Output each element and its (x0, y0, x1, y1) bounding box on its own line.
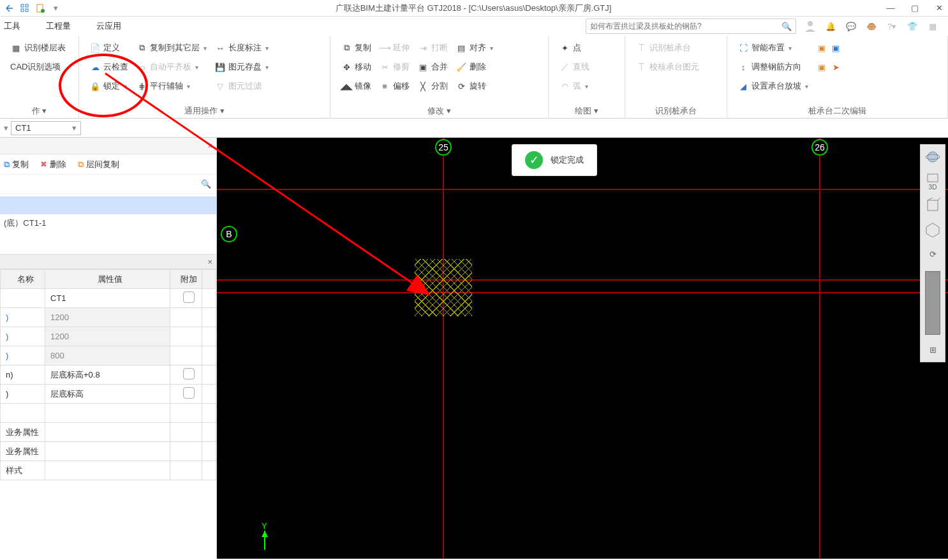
parallel-aux-button[interactable]: ⋕平行辅轴▾ (136, 79, 207, 93)
panel-delete-button[interactable]: ✖删除 (40, 159, 66, 170)
pile-cap-hatch[interactable] (415, 259, 472, 316)
checkbox[interactable] (183, 368, 195, 379)
align-button[interactable]: ▤对齐▾ (455, 41, 493, 55)
group-label-4[interactable]: 绘图 ▾ (555, 104, 618, 117)
smart-layout-button[interactable]: ⛶智能布置▾ (737, 41, 808, 55)
grid-toggle-button[interactable]: ⊞ (923, 340, 942, 359)
move-button[interactable]: ✥移动 (341, 60, 371, 74)
split-button[interactable]: ╳分割 (417, 79, 448, 93)
view-top-button[interactable] (923, 196, 942, 215)
help-icon[interactable]: ?▾ (885, 22, 898, 31)
panel-copy-button[interactable]: ⧉复制 (4, 159, 29, 170)
bell-icon[interactable]: 🔔 (824, 22, 837, 31)
elem-save-button[interactable]: 💾图元存盘▾ (214, 60, 269, 74)
qat-grid-icon[interactable] (19, 3, 31, 14)
svg-rect-2 (21, 9, 24, 11)
view-iso-button[interactable] (923, 220, 942, 239)
qat-undo-icon[interactable] (4, 3, 15, 14)
minimize-button[interactable]: — (885, 3, 896, 13)
monkey-icon[interactable]: 🐵 (865, 22, 878, 31)
panel-icon[interactable]: ▦ (926, 22, 939, 31)
menu-tools[interactable]: 工具 (4, 20, 20, 32)
qat-dropdown-icon[interactable]: ▾ (50, 3, 61, 14)
arc-icon: ◠ (559, 80, 570, 92)
search-icon[interactable]: 🔍 (201, 179, 211, 189)
chat-icon[interactable]: 💬 (845, 22, 857, 31)
svg-marker-16 (926, 223, 939, 237)
lock-button[interactable]: 🔒锁定▾ (89, 79, 128, 93)
drawing-canvas[interactable]: 25 26 B ✓ 锁定完成 Y 3D ⟳ ⊞ (217, 138, 948, 559)
point-icon: ✦ (559, 42, 570, 54)
help-search[interactable]: 🔍 (586, 18, 796, 34)
point-button[interactable]: ✦点 (559, 41, 589, 55)
panel-floorcopy-button[interactable]: ⧉层间复制 (78, 159, 119, 170)
svg-rect-12 (928, 174, 938, 182)
mirror-button[interactable]: ◢◣镜像 (341, 79, 371, 93)
qat-doc-icon[interactable] (34, 3, 46, 14)
panel-close-button[interactable]: × (207, 141, 212, 151)
break-button: ⇥打断 (417, 41, 448, 55)
copy-button[interactable]: ⧉复制 (341, 41, 371, 55)
user-icon[interactable] (804, 19, 817, 34)
grid-label-26: 26 (811, 139, 828, 156)
length-dim-button[interactable]: ↔长度标注▾ (214, 41, 269, 55)
svg-rect-1 (26, 4, 28, 7)
table-row: )1200 (1, 308, 216, 327)
merge-button[interactable]: ▣合并 (417, 60, 448, 74)
orbit-button[interactable] (923, 147, 942, 166)
list-item-selected[interactable] (0, 196, 216, 214)
view-toolbar: 3D ⟳ ⊞ (920, 144, 945, 362)
gridline-b (217, 292, 948, 293)
props-close-button[interactable]: × (207, 257, 212, 267)
help-search-input[interactable] (590, 22, 781, 31)
auto-align-button: ▭自动平齐板▾ (136, 60, 207, 74)
offset-button[interactable]: ≡偏移 (379, 79, 410, 93)
identify-floor-button[interactable]: ▦识别楼层表 (10, 41, 66, 55)
maximize-button[interactable]: ▢ (910, 3, 920, 13)
rotate-icon: ⟳ (455, 80, 467, 92)
table-row: )1200 (1, 327, 216, 346)
refresh-button[interactable]: ⟳ (923, 244, 942, 263)
selector-chevron[interactable]: ▾ (4, 123, 8, 133)
extra-button-1[interactable]: ▣▣ (816, 41, 841, 55)
line-icon: ／ (559, 61, 570, 73)
extra-button-2[interactable]: ▣➤ (816, 60, 841, 74)
copy-to-other-button[interactable]: ⧉复制到其它层▾ (136, 41, 207, 55)
set-slope-button[interactable]: ◢设置承台放坡▾ (737, 79, 808, 93)
menu-quantity[interactable]: 工程量 (46, 20, 71, 32)
copy-layer-icon: ⧉ (136, 42, 147, 54)
extend-button: ⟶延伸 (379, 41, 410, 55)
group-label-3[interactable]: 修改 ▾ (337, 104, 542, 117)
component-selector[interactable]: CT1 ▾ (11, 121, 81, 135)
list-item-child[interactable]: (底）CT1-1 (0, 214, 216, 232)
rotate-button[interactable]: ⟳旋转 (455, 79, 493, 93)
close-button[interactable]: ✕ (934, 3, 944, 13)
left-panel: × ⧉复制 ✖删除 ⧉层间复制 🔍 (底）CT1-1 × 名称 属性值 附加 C… (0, 138, 217, 559)
group-label-2[interactable]: 通用操作 ▾ (85, 104, 323, 117)
ucs-icon: Y (255, 521, 274, 555)
copy-icon: ⧉ (4, 159, 10, 170)
svg-line-15 (938, 198, 940, 200)
table-row (1, 404, 216, 423)
selector-bar: ▾ CT1 ▾ (0, 119, 948, 138)
checkbox[interactable] (183, 387, 195, 399)
lock-icon: 🔒 (89, 80, 101, 92)
cloud-check-button[interactable]: ☁云检查 (89, 60, 128, 74)
view-scrollbar[interactable] (925, 271, 940, 335)
shirt-icon[interactable]: 👕 (906, 22, 919, 31)
gridline-h2 (217, 279, 948, 281)
arc-button: ◠弧▾ (559, 79, 589, 93)
table-row: n)层底标高+0.8 (1, 365, 216, 385)
menu-cloud[interactable]: 云应用 (96, 20, 121, 32)
col-value: 属性值 (45, 270, 170, 289)
checkbox[interactable] (183, 291, 195, 303)
define-button[interactable]: 📄定义 (89, 41, 128, 55)
group-label-1[interactable]: 作 ▾ (6, 104, 72, 117)
save-icon: 💾 (214, 61, 226, 73)
delete-button[interactable]: 🧹删除 (455, 60, 493, 74)
cad-options-button[interactable]: CAD识别选项 (10, 60, 66, 74)
adjust-rebar-button[interactable]: ↕调整钢筋方向 (737, 60, 808, 74)
table-row: CT1 (1, 289, 216, 308)
view-3d-button[interactable]: 3D (923, 172, 942, 191)
search-icon[interactable]: 🔍 (781, 22, 792, 31)
